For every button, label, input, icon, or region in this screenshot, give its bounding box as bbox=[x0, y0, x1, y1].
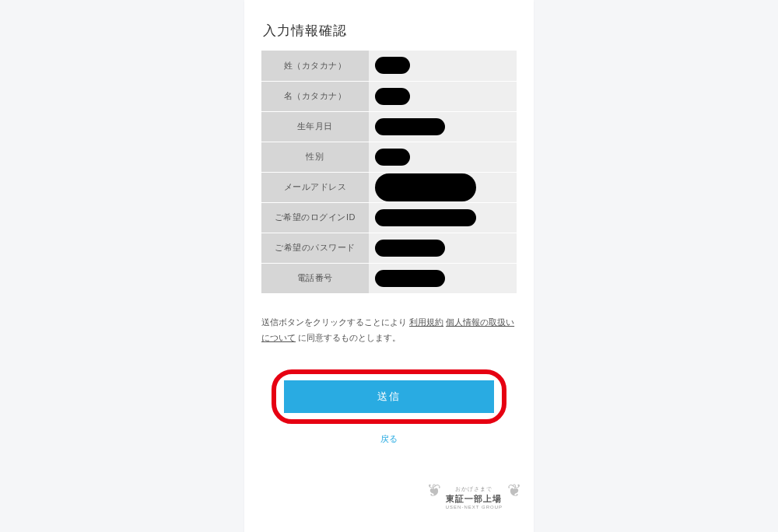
field-label: 性別 bbox=[261, 142, 369, 172]
consent-suffix: に同意するものとします。 bbox=[298, 333, 401, 342]
field-value bbox=[369, 142, 517, 172]
field-value bbox=[369, 81, 517, 111]
field-value bbox=[369, 51, 517, 81]
field-label: 電話番号 bbox=[261, 263, 369, 293]
listing-badge: ❦ ❦ おかげさまで 東証一部上場 USEN-NEXT GROUP bbox=[432, 482, 517, 513]
laurel-right-icon: ❦ bbox=[507, 482, 521, 499]
confirmation-row: ご希望のパスワード bbox=[261, 233, 517, 263]
confirmation-table: 姓（カタカナ）名（カタカナ）生年月日性別メールアドレスご希望のログインIDご希望… bbox=[261, 51, 517, 293]
terms-link[interactable]: 利用規約 bbox=[409, 317, 443, 327]
field-label: メールアドレス bbox=[261, 172, 369, 202]
redacted-value bbox=[375, 149, 410, 166]
field-value bbox=[369, 172, 517, 202]
field-label: ご希望のログインID bbox=[261, 202, 369, 233]
field-label: 姓（カタカナ） bbox=[261, 51, 369, 81]
redacted-value bbox=[375, 57, 410, 74]
confirmation-row: 名（カタカナ） bbox=[261, 81, 517, 111]
confirmation-card: 入力情報確認 姓（カタカナ）名（カタカナ）生年月日性別メールアドレスご希望のログ… bbox=[244, 0, 534, 532]
consent-text: 送信ボタンをクリックすることにより 利用規約 個人情報の取扱いについて に同意す… bbox=[261, 315, 517, 346]
page-title: 入力情報確認 bbox=[263, 22, 517, 40]
confirmation-row: ご希望のログインID bbox=[261, 202, 517, 233]
field-value bbox=[369, 233, 517, 263]
confirmation-row: 姓（カタカナ） bbox=[261, 51, 517, 81]
redacted-value bbox=[375, 209, 476, 226]
field-value bbox=[369, 202, 517, 233]
redacted-value bbox=[375, 240, 445, 257]
field-value bbox=[369, 263, 517, 293]
submit-button[interactable]: 送信 bbox=[284, 380, 494, 413]
confirmation-row: 生年月日 bbox=[261, 111, 517, 142]
redacted-value bbox=[375, 270, 445, 287]
submit-highlight-ring: 送信 bbox=[272, 369, 506, 424]
field-value bbox=[369, 111, 517, 142]
consent-prefix: 送信ボタンをクリックすることにより bbox=[261, 317, 409, 327]
confirmation-row: 性別 bbox=[261, 142, 517, 172]
redacted-value bbox=[375, 173, 476, 201]
badge-main: 東証一部上場 bbox=[446, 493, 503, 505]
back-link[interactable]: 戻る bbox=[261, 433, 517, 445]
field-label: 名（カタカナ） bbox=[261, 81, 369, 111]
confirmation-row: 電話番号 bbox=[261, 263, 517, 293]
field-label: ご希望のパスワード bbox=[261, 233, 369, 263]
laurel-left-icon: ❦ bbox=[427, 482, 441, 499]
confirmation-row: メールアドレス bbox=[261, 172, 517, 202]
field-label: 生年月日 bbox=[261, 111, 369, 142]
badge-sub: USEN-NEXT GROUP bbox=[446, 505, 503, 509]
redacted-value bbox=[375, 88, 410, 105]
badge-lead: おかげさまで bbox=[446, 485, 503, 493]
redacted-value bbox=[375, 118, 445, 135]
